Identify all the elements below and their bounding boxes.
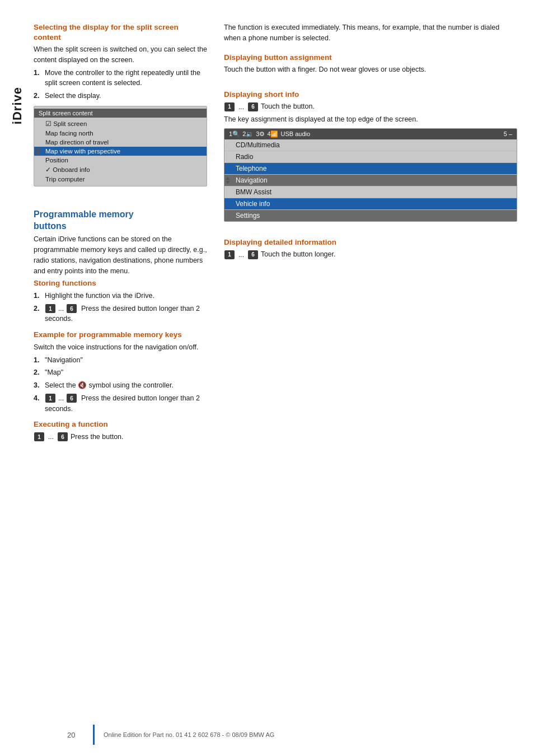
function-text: The function is executed immediately. Th… xyxy=(224,22,517,44)
section1-title: Selecting the display for the split scre… xyxy=(34,22,207,42)
executing-section: Executing a function 1 ... 6 Press the b… xyxy=(34,419,207,442)
example-step2: 2. "Map" xyxy=(34,367,207,378)
detailed-info-row: 1 ... 6 Touch the button longer. xyxy=(224,249,517,260)
menu-item-radio: Radio xyxy=(224,151,517,163)
page-footer: 20 Online Edition for Part no. 01 41 2 6… xyxy=(0,713,534,756)
detailed-instruction: Touch the button longer. xyxy=(261,249,335,260)
storing-step1: 1. Highlight the function via the iDrive… xyxy=(34,291,207,301)
detailed-btn2: 6 xyxy=(248,250,258,259)
example-step4: 4. 1 ... 6 Press the desired button long… xyxy=(34,393,207,414)
exec-text: Press the button. xyxy=(71,432,124,442)
step2-buttons: 1 ... 6 xyxy=(45,304,77,314)
sidebar-label: iDrive xyxy=(10,87,25,124)
section2-body: Certain iDrive functions can be stored o… xyxy=(34,234,207,276)
ss-item-trip: Trip computer xyxy=(34,175,207,184)
page-container: iDrive Selecting the display for the spl… xyxy=(0,0,534,756)
example-step1: 1. "Navigation" xyxy=(34,355,207,366)
short-info-btn1: 1 xyxy=(224,102,235,111)
menu-item-vehicle-info: Vehicle info xyxy=(224,198,517,210)
short-info-instruction: Touch the button. xyxy=(261,101,315,112)
exec-btn1: 1 xyxy=(34,432,44,441)
detailed-info-title: Displaying detailed information xyxy=(224,237,517,248)
menu-item-bmw-assist: BMW Assist xyxy=(224,186,517,198)
menu-item-settings: Settings xyxy=(224,210,517,221)
storing-title: Storing functions xyxy=(34,278,207,288)
section1-body: When the split screen is switched on, yo… xyxy=(34,44,207,66)
ss-item-split-screen: ☑ Split screen xyxy=(34,119,207,129)
footer-text: Online Edition for Part no. 01 41 2 602 … xyxy=(104,731,274,738)
menu-item-telephone: Telephone xyxy=(224,163,517,175)
executing-title: Executing a function xyxy=(34,419,207,430)
short-info-row: 1 ... 6 Touch the button. xyxy=(224,101,517,112)
short-info-btn2: 6 xyxy=(248,102,258,111)
splitscreen-title: Split screen content xyxy=(34,109,207,118)
example-body: Switch the voice instructions for the na… xyxy=(34,342,207,353)
footer-page-num: 20 xyxy=(67,731,84,739)
btn-badge-4-6: 6 xyxy=(67,394,77,403)
display-btn-body: Touch the button with a finger. Do not w… xyxy=(224,64,517,75)
short-info-body: The key assignment is displayed at the t… xyxy=(224,114,517,125)
menu-header: 1🔍 2🔉 3⚙ 4📶 USB audio 5 – xyxy=(224,129,517,139)
section1-steps: 1. Move the controller to the right repe… xyxy=(34,68,207,101)
ss-item-map-direction: Map direction of travel xyxy=(34,138,207,147)
menu-box: 1🔍 2🔉 3⚙ 4📶 USB audio 5 – xyxy=(224,128,517,222)
footer-divider xyxy=(93,725,95,745)
ss-item-map-perspective: Map view with perspective xyxy=(34,147,207,156)
example-step3: 3. Select the 🔇 symbol using the control… xyxy=(34,380,207,391)
split-screen-image: Split screen content ☑ Split screen Map … xyxy=(34,106,207,186)
btn-badge-1: 1 xyxy=(45,304,55,313)
step4-buttons: 1 ... 6 xyxy=(45,393,77,403)
section2-title: Programmable memorybuttons xyxy=(34,209,207,232)
ss-item-position: Position xyxy=(34,156,207,165)
short-info-section: Displaying short info 1 ... 6 Touch the … xyxy=(224,90,517,225)
storing-step2: 2. 1 ... 6 Press the desired button long… xyxy=(34,304,207,325)
short-info-title: Displaying short info xyxy=(224,90,517,100)
display-btn-section: Displaying button assignment Touch the b… xyxy=(224,53,517,77)
storing-functions: Storing functions 1. Highlight the funct… xyxy=(34,278,207,324)
main-content: Selecting the display for the split scre… xyxy=(0,0,534,713)
btn-badge-6: 6 xyxy=(67,304,77,313)
btn-badge-4-1: 1 xyxy=(45,394,55,403)
section-programmable: Programmable memorybuttons Certain iDriv… xyxy=(34,209,207,448)
detailed-info-section: Displaying detailed information 1 ... 6 … xyxy=(224,237,517,262)
left-column: Selecting the display for the split scre… xyxy=(34,22,207,691)
detailed-btn1: 1 xyxy=(224,250,235,259)
exec-btn2: 6 xyxy=(58,432,68,441)
executing-row: 1 ... 6 Press the button. xyxy=(34,432,207,442)
list-item: 2. Select the display. xyxy=(34,91,207,101)
menu-item-navigation: Navigation xyxy=(224,175,517,186)
ss-item-onboard: ✓ Onboard info xyxy=(34,165,207,175)
right-column: The function is executed immediately. Th… xyxy=(224,22,517,691)
example-section: Example for programmable memory keys Swi… xyxy=(34,330,207,414)
ss-item-map-north: Map facing north xyxy=(34,129,207,138)
section-selecting-display: Selecting the display for the split scre… xyxy=(34,22,207,191)
example-title: Example for programmable memory keys xyxy=(34,330,207,340)
menu-item-cd: CD/Multimedia xyxy=(224,139,517,151)
display-btn-title: Displaying button assignment xyxy=(224,53,517,63)
list-item: 1. Move the controller to the right repe… xyxy=(34,68,207,89)
